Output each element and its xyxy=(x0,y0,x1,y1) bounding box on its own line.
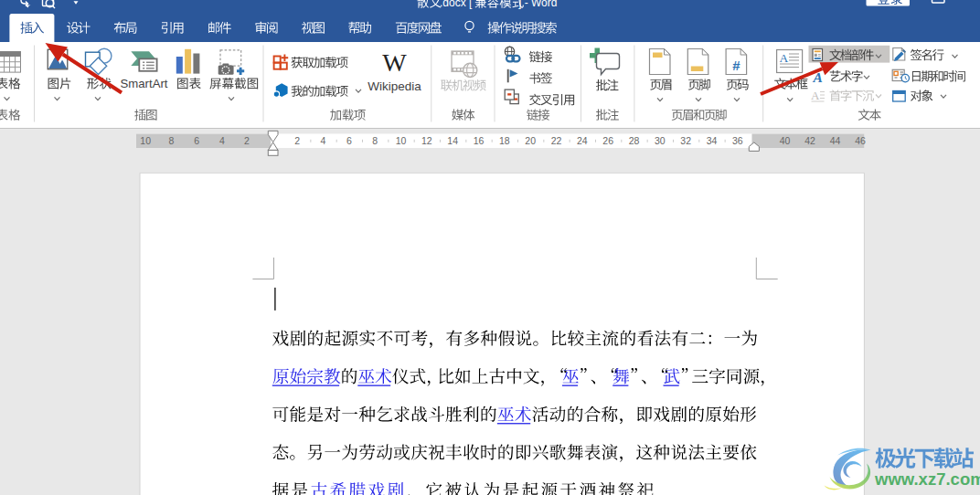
svg-text:10: 10 xyxy=(140,135,151,146)
svg-text:SmartArt: SmartArt xyxy=(121,77,168,90)
svg-text:22: 22 xyxy=(551,135,562,146)
svg-text:Wikipedia: Wikipedia xyxy=(368,79,421,93)
svg-text:8: 8 xyxy=(169,135,175,146)
svg-text:8: 8 xyxy=(372,135,378,146)
svg-text:6: 6 xyxy=(346,135,352,146)
svg-text:A: A xyxy=(780,51,789,65)
svg-text:44: 44 xyxy=(830,135,841,146)
svg-text:2: 2 xyxy=(294,135,300,146)
svg-text:46: 46 xyxy=(855,135,866,146)
svg-text:26: 26 xyxy=(602,135,613,146)
svg-text:20: 20 xyxy=(525,135,536,146)
svg-text:18: 18 xyxy=(499,135,510,146)
svg-text:36: 36 xyxy=(732,135,743,146)
svg-text:10: 10 xyxy=(396,135,407,146)
svg-text:28: 28 xyxy=(629,135,640,146)
svg-text:34: 34 xyxy=(707,135,718,146)
svg-text:www.xz7.com: www.xz7.com xyxy=(874,469,980,489)
svg-text:.docx [: .docx [ xyxy=(440,0,473,9)
svg-text:42: 42 xyxy=(804,135,815,146)
svg-text:40: 40 xyxy=(780,135,791,146)
svg-text:6: 6 xyxy=(194,135,199,146)
svg-text:2: 2 xyxy=(244,135,250,146)
svg-text:32: 32 xyxy=(680,135,691,146)
svg-text:#: # xyxy=(732,58,740,73)
svg-text:4: 4 xyxy=(219,135,225,146)
svg-text:4: 4 xyxy=(321,135,326,146)
svg-text:16: 16 xyxy=(474,135,485,146)
svg-text:14: 14 xyxy=(447,135,458,146)
svg-text:] - Word: ] - Word xyxy=(518,0,557,9)
svg-text:W: W xyxy=(382,48,407,77)
svg-text:24: 24 xyxy=(577,135,588,146)
svg-text:30: 30 xyxy=(655,135,666,146)
svg-text:A: A xyxy=(811,89,820,102)
svg-text:12: 12 xyxy=(421,135,432,146)
